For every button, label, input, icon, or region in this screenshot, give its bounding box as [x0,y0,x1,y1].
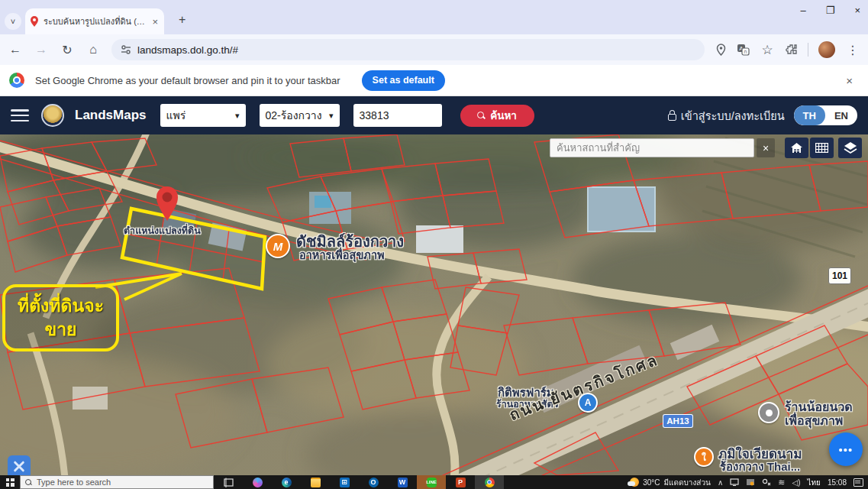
browser-menu-icon[interactable]: ⋮ [845,43,860,57]
new-tab-button[interactable]: + [179,15,186,24]
lock-icon [668,114,676,121]
home-icon[interactable]: ⌂ [86,43,101,57]
lang-en-button[interactable]: EN [825,105,857,125]
translate-icon[interactable]: A ก [737,44,750,56]
menu-hamburger-icon[interactable] [11,109,29,121]
window-close-button[interactable]: × [854,5,860,16]
chevron-down-icon: ▾ [329,111,334,121]
map-more-fab[interactable]: ••• [829,432,863,466]
word-icon[interactable]: W [388,475,417,489]
tray-pin-icon[interactable] [762,478,771,486]
province-select[interactable]: แพร่ ▾ [160,104,246,127]
search-icon [477,112,486,120]
landsmaps-header: LandsMaps แพร่ ▾ 02-ร้องกวาง ▾ ค้นหา เข้… [0,96,868,134]
location-icon[interactable] [715,44,727,56]
browser-tab[interactable]: ระบบค้นหารูปแปลงที่ดิน (LandsMap... × [25,8,164,34]
district-value: 02-ร้องกวาง [266,107,322,124]
toolbar-divider [808,43,808,57]
back-icon[interactable]: ← [8,43,23,57]
district-select[interactable]: 02-ร้องกวาง ▾ [260,104,340,127]
copilot-icon[interactable] [243,475,272,489]
route-101-shield: 101 [828,267,851,284]
brand-title: LandsMaps [75,108,147,123]
screen: ˅ ระบบค้นหารูปแปลงที่ดิน (LandsMap... × … [0,0,868,489]
map-home-button[interactable] [785,138,808,158]
browser-toolbar: ← → ↻ ⌂ landsmaps.dol.go.th/# A ก [0,34,868,65]
action-center-icon[interactable] [853,478,863,487]
map-layers-button[interactable] [838,138,862,158]
task-view-icon[interactable] [214,475,243,489]
windows-taskbar: Type here to search e ⊞ O W [0,475,868,489]
dol-logo [41,104,64,127]
map-grid-button[interactable] [810,138,834,158]
login-label: เข้าสู่ระบบ/ลงทะเบียน [681,107,785,125]
route-ah13-shield: AH13 [663,414,693,428]
bookmark-star-icon[interactable]: ☆ [760,42,775,58]
weather-temp: 30°C [643,478,660,487]
callout-line1: ที่ตั้งที่ดินจะ [18,296,104,316]
taskbar-search[interactable]: Type here to search [20,475,214,489]
search-button-label: ค้นหา [490,107,517,124]
wifi-icon[interactable]: ≋ [778,478,785,487]
powerpoint-icon[interactable]: P [446,475,475,489]
taskbar-clock[interactable]: 15:08 [828,479,847,486]
browser-titlebar: ˅ ระบบค้นหารูปแปลงที่ดิน (LandsMap... × … [0,0,868,34]
line-app-icon[interactable]: LINE [417,475,446,489]
province-value: แพร่ [166,107,186,124]
default-browser-banner: Set Google Chrome as your default browse… [0,65,868,96]
set-default-button[interactable]: Set as default [362,70,445,91]
dutchmill-poi-icon[interactable]: M [266,234,290,258]
profile-avatar[interactable] [818,41,835,58]
address-bar[interactable]: landsmaps.dol.go.th/# [111,39,705,60]
chrome-logo-icon [9,73,24,88]
map-tools-button[interactable] [8,455,31,475]
svg-text:ก: ก [744,49,747,54]
tray-display-icon[interactable] [746,478,755,486]
search-button[interactable]: ค้นหา [460,105,534,127]
home-icon [790,142,803,154]
extensions-puzzle-icon[interactable] [785,44,798,57]
land-for-sale-callout: ที่ตั้งที่ดินจะ ขาย [2,284,119,351]
language-toggle: TH EN [794,105,857,125]
weather-widget[interactable]: 30°C มีแดดบางส่วน [630,477,711,488]
keyboard-language[interactable]: ไทย [807,477,820,488]
lang-th-button[interactable]: TH [794,105,825,125]
tray-chevron-icon[interactable]: ∧ [718,478,723,487]
search-icon [25,479,32,486]
massage-label-line2: เพื่อสุขภาพ [785,411,843,430]
window-restore-button[interactable]: ❐ [826,5,835,16]
banner-message: Set Google Chrome as your default browse… [35,75,340,86]
forward-icon[interactable]: → [34,43,49,57]
url-text: landsmaps.dol.go.th/# [137,44,238,56]
banner-close-icon[interactable]: × [846,74,859,87]
chrome-taskbar-icon[interactable] [475,475,504,489]
massage-poi-icon[interactable] [758,402,779,423]
file-explorer-icon[interactable] [301,475,330,489]
tray-monitor-icon[interactable] [730,478,739,486]
outlook-icon[interactable]: O [359,475,388,489]
login-register-link[interactable]: เข้าสู่ระบบ/ลงทะเบียน [668,107,785,125]
chevron-down-icon: ▾ [235,111,240,121]
tab-close-icon[interactable]: × [150,16,160,28]
vietnam-label-line2: ร้องกวาง Thai... [720,458,800,475]
volume-icon[interactable]: ◁) [792,478,800,487]
dutchmill-label-line2: อาหารเพื่อสุขภาพ [299,246,385,264]
site-settings-icon[interactable] [121,44,131,55]
store-icon[interactable]: ⊞ [330,475,359,489]
window-minimize-button[interactable]: – [801,5,806,16]
map-canvas [0,134,868,475]
edge-icon[interactable]: e [272,475,301,489]
reload-icon[interactable]: ↻ [60,43,75,57]
map-search-input[interactable] [550,138,754,157]
parcel-number-input[interactable] [353,104,442,127]
tab-favicon-pin-icon [30,16,39,27]
weather-desc: มีแดดบางส่วน [663,477,710,488]
start-button[interactable] [0,475,20,489]
satellite-map[interactable]: ตำแหน่งแปลงที่ดิน M ดัชมิลล์ร้องกวาง อาห… [0,134,868,475]
map-search-clear-icon[interactable]: × [757,138,775,157]
vietnam-poi-icon[interactable]: ใ [694,447,714,467]
tab-search-icon[interactable]: ˅ [5,13,21,30]
layers-icon [844,142,857,154]
grid-icon [815,143,828,153]
callout-line2: ขาย [44,320,76,339]
